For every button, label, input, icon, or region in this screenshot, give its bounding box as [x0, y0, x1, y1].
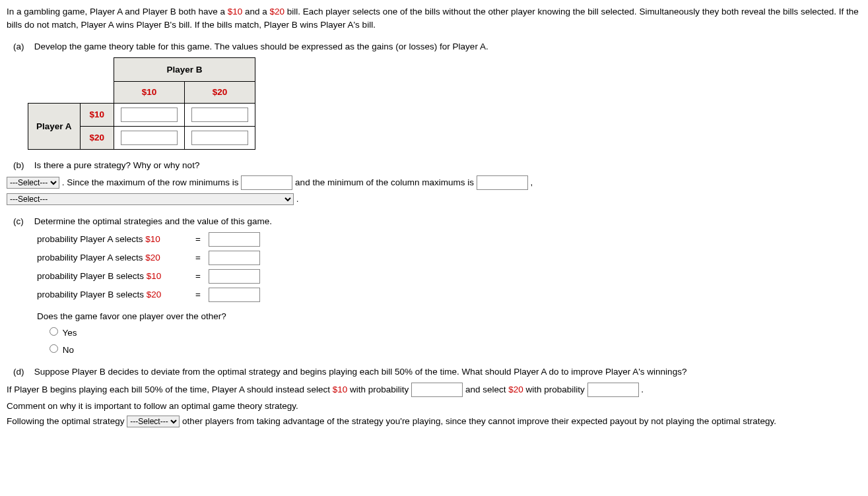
- eq-1: =: [195, 233, 209, 246]
- prob-a20-input[interactable]: [209, 251, 260, 265]
- prob-b20-input[interactable]: [209, 288, 260, 302]
- col-10: $10: [142, 87, 157, 97]
- cell-a20-b10-input[interactable]: [121, 131, 178, 145]
- header-player-b: Player B: [114, 57, 255, 82]
- favor-question: Does the game favor one player over the …: [37, 310, 861, 323]
- d-text-5: .: [641, 385, 644, 394]
- cell-a10-b10-input[interactable]: [121, 108, 178, 122]
- d-text-1: If Player B begins playing each bill 50%…: [7, 385, 333, 394]
- prob-b10-input[interactable]: [209, 269, 260, 284]
- prob-a10-label: probability Player A selects $10: [37, 233, 195, 246]
- prob-b10-label: probability Player B selects $10: [37, 270, 195, 283]
- pure-strategy-select[interactable]: ---Select---: [7, 177, 59, 189]
- favor-yes-label[interactable]: Yes: [46, 328, 77, 338]
- b-comma: ,: [530, 177, 533, 187]
- row-10: $10: [90, 109, 105, 119]
- b-text-2: and the minimum of the column maximums i…: [295, 177, 477, 187]
- bill-20: $20: [270, 7, 285, 16]
- prob-a10-input[interactable]: [209, 232, 260, 247]
- part-a-question: Develop the game theory table for this g…: [34, 42, 488, 51]
- part-d-label: (d): [13, 365, 32, 379]
- prob-a20-label: probability Player A selects $20: [37, 251, 195, 264]
- bill-10: $10: [228, 7, 243, 16]
- prob-b20-label: probability Player B selects $20: [37, 288, 195, 301]
- d-text-4: with probability: [523, 385, 587, 394]
- eq-3: =: [195, 270, 209, 283]
- reason-select[interactable]: ---Select---: [7, 193, 294, 205]
- b-text-1: . Since the maximum of the row minimums …: [62, 177, 242, 187]
- comment-prompt: Comment on why it is important to follow…: [7, 400, 861, 413]
- part-a-label: (a): [13, 40, 32, 53]
- d-text-2: with probability: [347, 385, 411, 394]
- d-20: $20: [508, 385, 523, 394]
- d-text-3: and select: [465, 385, 508, 394]
- cell-a10-b20-input[interactable]: [191, 108, 248, 122]
- follow-select[interactable]: ---Select---: [127, 416, 180, 427]
- problem-intro: In a gambling game, Player A and Player …: [7, 5, 861, 31]
- favor-yes-radio[interactable]: [50, 327, 58, 336]
- d-10: $10: [333, 385, 348, 394]
- follow-1: Following the optimal strategy: [7, 416, 127, 426]
- part-d-question: Suppose Player B decides to deviate from…: [34, 367, 687, 377]
- deviate-10-input[interactable]: [411, 383, 463, 397]
- part-c-question: Determine the optimal strategies and the…: [34, 216, 272, 226]
- part-c-label: (c): [13, 215, 32, 228]
- favor-no-radio[interactable]: [50, 344, 58, 353]
- intro-text-2: and a: [242, 7, 269, 16]
- part-b-label: (b): [13, 159, 32, 172]
- col-20: $20: [213, 87, 228, 97]
- eq-2: =: [195, 251, 209, 264]
- row-min-input[interactable]: [241, 175, 292, 190]
- follow-2: other players from taking advantage of t…: [182, 416, 776, 426]
- intro-text-1: In a gambling game, Player A and Player …: [7, 7, 228, 16]
- eq-4: =: [195, 288, 209, 301]
- b-period: .: [296, 194, 299, 204]
- deviate-20-input[interactable]: [587, 383, 639, 397]
- col-max-input[interactable]: [477, 175, 528, 190]
- row-20: $20: [90, 133, 105, 142]
- part-b-question: Is there a pure strategy? Why or why not…: [34, 160, 200, 170]
- header-player-a: Player A: [28, 103, 81, 149]
- payoff-table: Player B $10 $20 Player A $10 $20: [28, 57, 255, 150]
- favor-no-label[interactable]: No: [46, 345, 74, 355]
- cell-a20-b20-input[interactable]: [191, 131, 248, 145]
